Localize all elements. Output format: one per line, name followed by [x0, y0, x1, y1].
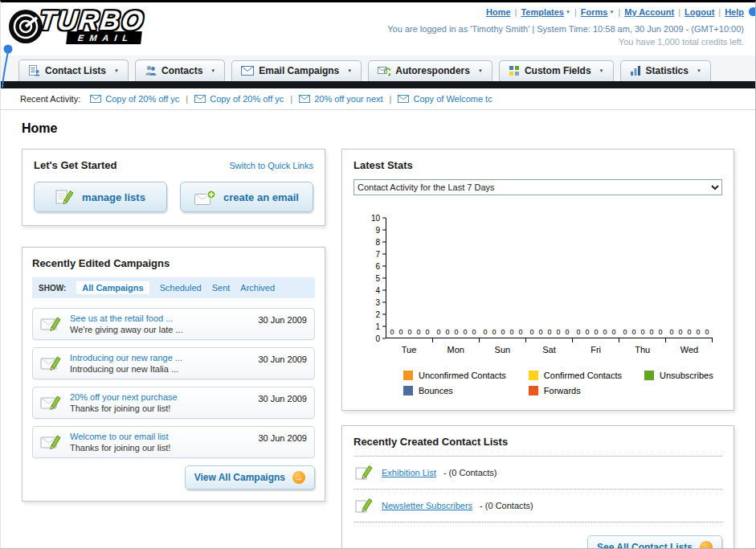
right-column: Latest Stats Contact Activity for the La…: [341, 149, 734, 549]
bar-value-label: 0: [483, 328, 487, 336]
tab-archived[interactable]: Archived: [240, 283, 275, 293]
bar-value-label: 0: [696, 328, 700, 336]
left-column: Let's Get Started Switch to Quick Links …: [22, 149, 325, 502]
campaign-row[interactable]: Welcome to our email list Thanks for joi…: [32, 426, 315, 458]
chart-day-label: Tue: [386, 345, 432, 354]
get-started-panel: Let's Get Started Switch to Quick Links …: [22, 149, 325, 226]
legend-item: Unsubscribes: [644, 371, 713, 380]
campaign-title-link[interactable]: Welcome to our email list: [70, 432, 251, 441]
envelope-icon: [194, 95, 206, 103]
top-link-forms[interactable]: Forms: [581, 7, 608, 17]
bar-value-label: 0: [501, 328, 505, 336]
campaigns-panel-title: Recently Edited Campaigns: [32, 257, 315, 269]
bar-value-label: 0: [658, 328, 662, 336]
recent-activity-item[interactable]: Copy of 20% off yc: [90, 94, 179, 104]
recent-activity-link[interactable]: Copy of 20% off yc: [210, 94, 284, 104]
bar-value-label: 0: [669, 328, 673, 336]
create-email-button[interactable]: create an email: [180, 182, 313, 212]
legend-swatch: [644, 371, 654, 380]
campaign-title-link[interactable]: See us at the retail food ...: [70, 313, 251, 323]
chart-bar-group: 00000: [433, 218, 480, 338]
legend-label: Unconfirmed Contacts: [419, 371, 506, 380]
chart-y-tick: 4: [375, 286, 386, 295]
contact-list-item[interactable]: Newsletter Subscribers - (0 Contacts): [353, 490, 722, 522]
legend-label: Confirmed Contacts: [544, 371, 622, 380]
stats-filter-select[interactable]: Contact Activity for the Last 7 Days: [353, 179, 722, 195]
recent-activity-item[interactable]: Copy of Welcome tc: [398, 94, 492, 104]
campaign-row[interactable]: See us at the retail food ... We're givi…: [32, 308, 315, 340]
nav-tab-custom-fields[interactable]: Custom Fields: [499, 60, 614, 81]
chart-day-label: Sun: [479, 345, 525, 354]
chevron-down-icon: [596, 65, 604, 76]
view-all-campaigns-button[interactable]: View All Campaigns: [185, 465, 315, 490]
top-link-help[interactable]: Help: [725, 7, 744, 17]
bar-value-label: 0: [416, 328, 420, 336]
bar-value-label: 0: [640, 328, 644, 336]
contact-list-link[interactable]: Newsletter Subscribers: [382, 501, 472, 510]
tab-scheduled[interactable]: Scheduled: [160, 283, 202, 293]
manage-lists-button[interactable]: manage lists: [34, 182, 167, 212]
chart-y-tick: 6: [375, 262, 386, 271]
chart-bar-group: 00000: [526, 218, 573, 338]
recent-activity-link[interactable]: Copy of 20% off yc: [105, 94, 179, 104]
campaign-row[interactable]: 20% off your next purchase Thanks for jo…: [32, 387, 315, 419]
recent-activity-item[interactable]: Copy of 20% off yc: [194, 94, 284, 104]
nav-tab-autoresponders[interactable]: Autoresponders: [368, 60, 492, 81]
top-link-my-account[interactable]: My Account: [624, 7, 674, 17]
contacts-icon: [145, 64, 157, 76]
bar-value-label: 0: [687, 328, 691, 336]
bar-value-label: 0: [529, 328, 533, 336]
campaign-row[interactable]: Introducing our new range ... Introducin…: [32, 347, 315, 379]
header: TURBO EMAIL HomeTemplatesFormsMy Account…: [1, 2, 755, 55]
bar-value-label: 0: [705, 328, 709, 336]
envelope-pencil-icon: [40, 394, 63, 412]
legend-item: Forwards: [529, 386, 622, 395]
bar-value-label: 0: [603, 328, 607, 336]
campaign-date: 30 Jun 2009: [258, 433, 307, 443]
bar-value-label: 0: [407, 328, 411, 336]
bar-value-label: 0: [547, 328, 551, 336]
top-link-logout[interactable]: Logout: [684, 7, 714, 17]
bar-value-label: 0: [445, 328, 449, 336]
show-label: SHOW:: [39, 284, 66, 293]
manage-lists-label: manage lists: [82, 191, 145, 203]
nav-tab-email-campaigns[interactable]: Email Campaigns: [231, 60, 362, 81]
contact-list-link[interactable]: Exhibition List: [382, 468, 436, 477]
see-all-contact-lists-button[interactable]: See All Contact Lists: [587, 535, 722, 549]
switch-quick-links-link[interactable]: Switch to Quick Links: [229, 161, 313, 170]
campaign-title-link[interactable]: Introducing our new range ...: [70, 353, 251, 363]
envelope-plus-icon: [194, 190, 216, 205]
axis-spacer: [366, 345, 386, 354]
chart-y-axis: 109876543210: [366, 218, 386, 338]
recent-activity-link[interactable]: Copy of Welcome tc: [413, 94, 492, 104]
top-link-home[interactable]: Home: [486, 7, 511, 17]
recent-activity-item[interactable]: 20% off your next: [299, 94, 382, 104]
campaign-subtitle: We're giving away our late ...: [70, 325, 251, 334]
chevron-down-icon: [564, 7, 570, 17]
bar-value-label: 0: [454, 328, 458, 336]
campaigns-filter-bar: SHOW: All Campaigns Scheduled Sent Archi…: [32, 277, 315, 298]
latest-stats-panel: Latest Stats Contact Activity for the La…: [341, 149, 734, 411]
top-link-templates[interactable]: Templates: [521, 7, 564, 17]
view-all-campaigns-label: View All Campaigns: [194, 472, 285, 483]
legend-item: Unconfirmed Contacts: [403, 371, 506, 380]
arrow-right-icon: [700, 541, 713, 549]
nav-tab-contact-lists[interactable]: Contact Lists: [18, 59, 129, 81]
create-email-label: create an email: [223, 191, 299, 203]
nav-tab-contacts[interactable]: Contacts: [135, 59, 225, 81]
contact-list-item[interactable]: Exhibition List - (0 Contacts): [353, 457, 722, 490]
chart-bar-group: 00000: [666, 218, 713, 338]
nav-tab-statistics[interactable]: Statistics: [620, 60, 711, 81]
envelope-pencil-icon: [40, 354, 63, 372]
tab-all-campaigns[interactable]: All Campaigns: [76, 281, 149, 294]
recent-activity-link[interactable]: 20% off your next: [314, 94, 382, 104]
see-all-contact-lists-label: See All Contact Lists: [597, 542, 693, 549]
legend-swatch: [529, 371, 538, 380]
bar-value-label: 0: [594, 328, 598, 336]
chart-groups: 00000000000000000000000000000000000: [386, 218, 713, 338]
tab-sent[interactable]: Sent: [212, 283, 231, 293]
page-title: Home: [22, 121, 734, 136]
chevron-down-icon: [344, 65, 352, 76]
bar-value-label: 0: [463, 328, 467, 336]
campaign-title-link[interactable]: 20% off your next purchase: [70, 392, 251, 402]
